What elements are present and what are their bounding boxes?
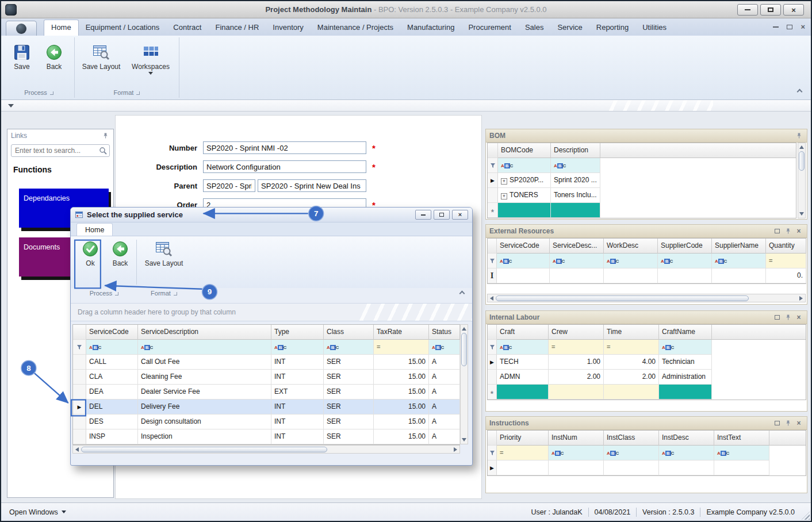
- ribbon-tab-reporting[interactable]: Reporting: [589, 20, 635, 36]
- numeric-filter-icon: =: [377, 343, 380, 350]
- grid-header-row[interactable]: CraftCrewTimeCraftName: [488, 325, 806, 340]
- bom-grid: BOMCodeDescriptionABCABC▶+SP2020P...Spri…: [487, 143, 796, 218]
- mdi-minimize-icon[interactable]: [773, 26, 779, 28]
- ribbon-tab-sales[interactable]: Sales: [518, 20, 551, 36]
- group-by-box[interactable]: Drag a column header here to group by th…: [71, 303, 472, 321]
- resize-grip[interactable]: [802, 512, 810, 520]
- close-icon[interactable]: ×: [794, 419, 803, 427]
- ribbon-tab-contract[interactable]: Contract: [166, 20, 208, 36]
- links-title: Links: [11, 132, 27, 140]
- grid-new-row[interactable]: *: [488, 385, 806, 400]
- grid-filter-row[interactable]: ABCABCABCABCABC=: [488, 254, 806, 268]
- pin-icon[interactable]: [783, 419, 792, 427]
- grid-filter-row[interactable]: =ABCABCABCABC: [488, 446, 806, 460]
- grid-row[interactable]: I0.: [488, 268, 806, 283]
- pin-icon[interactable]: [783, 313, 792, 321]
- expand-icon[interactable]: +: [501, 193, 507, 199]
- grid-filter-row[interactable]: ABCABC: [488, 158, 796, 173]
- ribbon-tab-inventory[interactable]: Inventory: [266, 20, 310, 36]
- grid-row[interactable]: ▶+SP2020P...Sprint 2020 ...: [488, 173, 796, 188]
- filter-funnel-icon: [76, 344, 82, 350]
- grid-row[interactable]: ▶: [488, 460, 806, 475]
- filter-dropdown-icon[interactable]: [8, 104, 14, 108]
- ribbon-tab-maintenance-projects[interactable]: Maintenance / Projects: [311, 20, 400, 36]
- save-layout-button[interactable]: Save Layout: [78, 42, 124, 71]
- text-filter-icon: ABC: [553, 259, 565, 264]
- description-input[interactable]: [203, 160, 366, 173]
- maximize-icon[interactable]: [772, 313, 782, 321]
- open-windows-button[interactable]: Open Windows: [9, 508, 66, 516]
- functions-heading: Functions: [13, 165, 108, 174]
- grid-header-row[interactable]: PriorityInstNumInstClassInstDescInstText: [488, 431, 806, 446]
- mdi-close-icon[interactable]: ×: [800, 23, 805, 30]
- pin-icon[interactable]: [794, 132, 803, 140]
- grid-row[interactable]: ▶TECH1.004.00Technician: [488, 355, 806, 370]
- grid-filter-row[interactable]: ABCABCABCABC=ABC: [73, 340, 459, 355]
- minimize-button[interactable]: [737, 4, 758, 16]
- internal-labour-panel-header: Internal Labour ×: [486, 311, 807, 324]
- parent-code-input[interactable]: [203, 179, 255, 192]
- grid-header-row[interactable]: ServiceCodeServiceDescriptionTypeClassTa…: [73, 325, 459, 340]
- ribbon-tab-finance-hr[interactable]: Finance / HR: [208, 20, 266, 36]
- external-resources-horizontal-scrollbar[interactable]: [487, 294, 806, 302]
- save-button[interactable]: Save: [6, 42, 38, 71]
- pin-icon[interactable]: [101, 132, 110, 140]
- mdi-restore-icon[interactable]: [787, 25, 792, 29]
- close-button[interactable]: ×: [783, 4, 804, 16]
- workspaces-button[interactable]: Workspaces: [128, 42, 174, 75]
- ribbon-tab-home[interactable]: Home: [44, 20, 79, 36]
- grid-header-row[interactable]: BOMCodeDescription: [488, 143, 796, 158]
- grid-row[interactable]: CALLCall Out FeeINTSER15.00A: [73, 355, 459, 370]
- pin-icon[interactable]: [783, 227, 792, 235]
- dialog-vertical-scrollbar[interactable]: [460, 324, 468, 444]
- number-input[interactable]: [203, 141, 366, 154]
- grid-filter-row[interactable]: ABC==ABC: [488, 340, 806, 355]
- dialog-back-button[interactable]: Back: [104, 239, 136, 267]
- ribbon-tab-service[interactable]: Service: [550, 20, 589, 36]
- dialog-maximize-button[interactable]: [434, 210, 450, 220]
- close-icon[interactable]: ×: [794, 313, 803, 321]
- dialog-minimize-button[interactable]: [415, 210, 431, 220]
- ribbon-tab-utilities[interactable]: Utilities: [635, 20, 673, 36]
- ribbon-tab-procurement[interactable]: Procurement: [461, 20, 518, 36]
- grid-header-row[interactable]: ServiceCodeServiceDesc...WorkDescSupplie…: [488, 239, 806, 254]
- status-version: Version : 2.5.0.3: [642, 508, 694, 516]
- grid-row[interactable]: CLACleaning FeeINTSER15.00A: [73, 370, 459, 385]
- dialog-launcher-icon[interactable]: [115, 292, 118, 295]
- parent-description-input[interactable]: [258, 179, 366, 192]
- row-selector: [488, 431, 497, 446]
- grid-row[interactable]: INSPInspectionINTSER15.00A: [73, 429, 459, 444]
- text-filter-icon: ABC: [662, 345, 675, 350]
- dialog-launcher-icon[interactable]: [136, 91, 140, 95]
- dialog-tab-home[interactable]: Home: [76, 223, 113, 236]
- toolbar-collapse-icon[interactable]: [459, 291, 465, 297]
- close-icon[interactable]: ×: [794, 227, 803, 235]
- maximize-icon[interactable]: [772, 227, 782, 235]
- dialog-launcher-icon[interactable]: [50, 91, 53, 95]
- ok-button[interactable]: Ok: [74, 239, 106, 267]
- ribbon-tab-equipment-locations[interactable]: Equipment / Locations: [79, 20, 167, 36]
- maximize-icon[interactable]: [772, 419, 782, 427]
- grid-row[interactable]: DESDesign consultationINTSER15.00A: [73, 414, 459, 429]
- dialog-horizontal-scrollbar[interactable]: [72, 445, 460, 454]
- dialog-launcher-icon[interactable]: [174, 292, 177, 295]
- application-button[interactable]: [6, 21, 37, 36]
- grid-row[interactable]: ▶DELDelivery FeeINTSER15.00A: [73, 400, 459, 414]
- grid-row[interactable]: DEADealer Service FeeEXTSER15.00A: [73, 385, 459, 400]
- dialog-close-button[interactable]: ×: [452, 210, 468, 220]
- expand-icon[interactable]: +: [501, 178, 507, 185]
- filter-funnel-icon: [489, 258, 495, 264]
- dropdown-arrow-icon: [148, 72, 153, 75]
- dialog-save-layout-button[interactable]: Save Layout: [141, 239, 187, 267]
- grid-row[interactable]: +TONERSToners Inclu...: [488, 188, 796, 203]
- maximize-button[interactable]: [760, 4, 781, 16]
- back-button[interactable]: Back: [38, 42, 70, 71]
- grid-row[interactable]: ADMN2.002.00Administration: [488, 370, 806, 385]
- bom-vertical-scrollbar[interactable]: [798, 143, 806, 218]
- dialog-icon: [75, 210, 83, 219]
- ribbon-collapse-icon[interactable]: [797, 89, 803, 95]
- app-window: Project Methodology Maintain - BPO: Vers…: [0, 0, 812, 522]
- grid-new-row[interactable]: *: [488, 203, 796, 218]
- ribbon-tab-manufacturing[interactable]: Manufacturing: [400, 20, 461, 36]
- links-search-input[interactable]: [11, 144, 110, 157]
